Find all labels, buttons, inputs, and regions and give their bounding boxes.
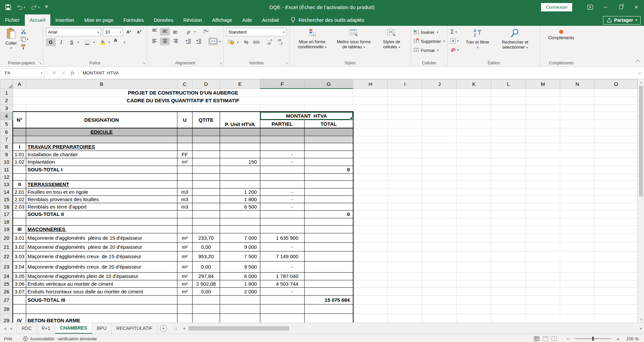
cell-M24[interactable]	[526, 272, 560, 280]
cell-B28[interactable]	[26, 304, 177, 314]
cell-O25[interactable]	[595, 280, 638, 287]
cell-E13[interactable]	[220, 180, 260, 188]
cell-M19[interactable]	[526, 225, 560, 233]
cell-C20[interactable]: m²	[177, 233, 192, 242]
copy-button[interactable]: ▾	[21, 37, 29, 42]
cell-M7[interactable]	[526, 136, 560, 143]
cell-E23[interactable]: 9 500	[220, 261, 260, 272]
menu-tab-Révision[interactable]: Révision	[178, 14, 207, 26]
cell-D27[interactable]	[192, 295, 220, 304]
cell-E22[interactable]: 7 500	[220, 251, 260, 261]
cell-N9[interactable]	[560, 151, 595, 158]
scroll-left-icon[interactable]: ◀	[181, 323, 187, 334]
cell-J22[interactable]	[422, 251, 457, 261]
cell-E17[interactable]	[220, 210, 260, 218]
enter-formula-button[interactable]: ✓	[62, 70, 66, 75]
cell-N11[interactable]	[560, 166, 595, 173]
cell-F20[interactable]: 1 635 900	[260, 233, 304, 242]
cell-M21[interactable]	[526, 242, 560, 251]
cell-K23[interactable]	[457, 261, 491, 272]
cell-G27[interactable]: 15 075 684	[304, 295, 353, 304]
cell-M2[interactable]	[526, 97, 560, 104]
cell-H28[interactable]	[353, 304, 388, 314]
row-header-28[interactable]: 28	[0, 304, 13, 314]
cell-J17[interactable]	[422, 210, 457, 218]
cell-M28[interactable]	[526, 304, 560, 314]
cell-I25[interactable]	[388, 280, 422, 287]
cell-B8[interactable]: TRAVAUX PREPARATOIRES	[26, 143, 177, 151]
font-size-combo[interactable]: 10▾	[103, 28, 123, 36]
row-header-23[interactable]: 23	[0, 261, 13, 272]
cell-G13[interactable]	[304, 180, 353, 188]
cell-L9[interactable]	[491, 151, 526, 158]
cell-B29[interactable]: BETON-BETON ARME	[26, 314, 177, 323]
col-header-C[interactable]: C	[177, 79, 192, 89]
cell-E10[interactable]: 150	[220, 158, 260, 166]
find-select-button[interactable]: Rechercher et sélectionner ▾	[493, 28, 537, 50]
cell-E9[interactable]	[220, 151, 260, 158]
row-header-9[interactable]: 9	[0, 151, 13, 158]
cell-B18[interactable]	[26, 218, 177, 225]
cell-F11[interactable]	[260, 166, 304, 173]
clipboard-dialog-launcher-icon[interactable]: ↘	[39, 61, 42, 65]
page-layout-view-icon[interactable]	[543, 336, 548, 341]
cell-D8[interactable]	[192, 143, 220, 151]
cell-H14[interactable]	[353, 188, 388, 195]
cell-C3[interactable]	[177, 104, 192, 112]
cell-O4[interactable]	[595, 112, 638, 120]
menu-tab-Accueil[interactable]: Accueil	[25, 14, 51, 26]
row-header-15[interactable]: 15	[0, 195, 13, 203]
cell-F17[interactable]	[260, 210, 304, 218]
customize-quick-access-button[interactable]: ▾	[45, 6, 48, 9]
cell-N18[interactable]	[560, 218, 595, 225]
row-header-14[interactable]: 14	[0, 188, 13, 195]
cell-J11[interactable]	[422, 166, 457, 173]
cell-G12[interactable]	[304, 173, 353, 180]
cell-I8[interactable]	[388, 143, 422, 151]
zoom-out-button[interactable]: −	[567, 336, 570, 342]
undo-button[interactable]: ▾	[16, 5, 25, 10]
cell-M23[interactable]	[526, 261, 560, 272]
cell-H23[interactable]	[353, 261, 388, 272]
row-header-1[interactable]: 1	[0, 89, 13, 97]
cell-L25[interactable]	[491, 280, 526, 287]
cell-I13[interactable]	[388, 180, 422, 188]
cell-J26[interactable]	[422, 287, 457, 295]
cell-O20[interactable]	[595, 233, 638, 242]
col-header-M[interactable]: M	[526, 79, 560, 89]
cell-D15[interactable]	[192, 195, 220, 203]
cell-C19[interactable]	[177, 225, 192, 233]
cell-G3[interactable]	[304, 104, 353, 112]
cell-A6[interactable]	[13, 128, 26, 136]
borders-dropdown-icon[interactable]: ▾	[93, 41, 95, 44]
paste-button[interactable]: Coller ▾	[3, 28, 19, 50]
cell-A14[interactable]: 2.01	[13, 188, 26, 195]
cell-E14[interactable]: 1 200	[220, 188, 260, 195]
cell-B4[interactable]: DESIGNATION	[26, 112, 177, 128]
cell-C13[interactable]	[177, 180, 192, 188]
cell-F28[interactable]	[260, 304, 304, 314]
cell-N5[interactable]	[560, 120, 595, 128]
cell-L24[interactable]	[491, 272, 526, 280]
cell-N1[interactable]	[560, 89, 595, 97]
align-center-button[interactable]	[160, 38, 170, 45]
cell-B20[interactable]: Maçonnerie d'agglomérés pleins de 15 d'é…	[26, 233, 177, 242]
zoom-slider[interactable]	[575, 338, 611, 339]
cell-M14[interactable]	[526, 188, 560, 195]
cell-H8[interactable]	[353, 143, 388, 151]
horizontal-scroll-track[interactable]	[187, 323, 638, 334]
cell-B12[interactable]	[26, 173, 177, 180]
cell-M17[interactable]	[526, 210, 560, 218]
cell-L4[interactable]	[491, 112, 526, 120]
select-all-corner[interactable]	[0, 79, 13, 89]
row-header-4[interactable]: 4	[0, 112, 13, 120]
align-top-button[interactable]	[150, 28, 159, 36]
cell-L26[interactable]	[491, 287, 526, 295]
cell-L15[interactable]	[491, 195, 526, 203]
cell-J21[interactable]	[422, 242, 457, 251]
row-header-5[interactable]: 5	[0, 120, 13, 128]
cell-L17[interactable]	[491, 210, 526, 218]
cell-A11[interactable]	[13, 166, 26, 173]
cell-E26[interactable]: 2 000	[220, 287, 260, 295]
cell-C15[interactable]: m3	[177, 195, 192, 203]
